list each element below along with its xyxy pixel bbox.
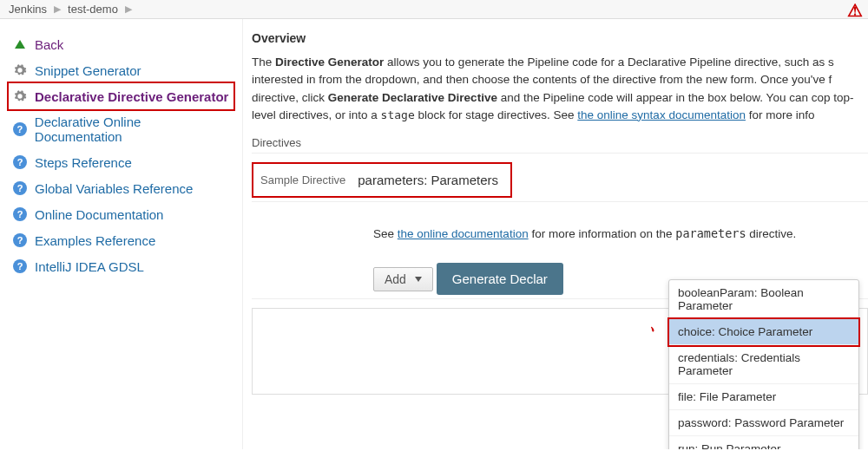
breadcrumb-item[interactable]: test-demo <box>68 3 118 16</box>
help-icon: ? <box>12 258 28 274</box>
add-parameter-menu: booleanParam: Boolean Parameterchoice: C… <box>668 279 859 449</box>
online-doc-link[interactable]: the online documentation <box>398 227 529 240</box>
parameters-intro: See the online documentation for more in… <box>373 226 868 240</box>
help-icon: ? <box>12 206 28 222</box>
arrow-up-icon <box>12 36 28 52</box>
help-icon: ? <box>12 154 28 170</box>
sidebar-item-ddg[interactable]: Declarative Directive Generator <box>7 82 235 111</box>
add-button[interactable]: Add <box>373 267 433 291</box>
sidebar-item-label: Global Variables Reference <box>35 181 193 196</box>
help-icon: ? <box>12 232 28 248</box>
breadcrumb: Jenkins ▶ test-demo ▶ <box>0 0 868 19</box>
help-icon: ? <box>12 180 28 196</box>
sidebar-item-dod[interactable]: ? Declarative Online Documentation <box>9 109 233 149</box>
sidebar-item-label: IntelliJ IDEA GDSL <box>35 259 144 274</box>
sample-directive-select[interactable]: parameters: Parameters <box>354 167 503 193</box>
syntax-doc-link[interactable]: the online syntax documentation <box>577 108 746 121</box>
generate-button[interactable]: Generate Declar <box>437 263 563 295</box>
sidebar-item-examples[interactable]: ? Examples Reference <box>9 227 233 253</box>
sidebar-item-steps[interactable]: ? Steps Reference <box>9 149 233 175</box>
sidebar-item-back[interactable]: Back <box>9 31 233 57</box>
sample-directive-row: Sample Directive parameters: Parameters <box>252 162 512 198</box>
chevron-right-icon: ▶ <box>125 3 132 15</box>
sidebar-item-gvr[interactable]: ? Global Variables Reference <box>9 175 233 201</box>
alert-icon: ⚠ <box>847 0 863 21</box>
gear-icon <box>12 88 28 104</box>
sidebar-item-label: Snippet Generator <box>35 63 141 78</box>
add-button-label: Add <box>385 272 406 286</box>
breadcrumb-root[interactable]: Jenkins <box>9 3 47 16</box>
menu-item-file[interactable]: file: File Parameter <box>669 384 858 410</box>
menu-item-run[interactable]: run: Run Parameter <box>669 436 858 449</box>
overview-title: Overview <box>252 31 868 45</box>
sample-directive-label: Sample Directive <box>260 173 345 186</box>
sidebar-item-label: Back <box>35 37 63 52</box>
overview-text: The Directive Generator allows you to ge… <box>252 54 868 124</box>
help-icon: ? <box>12 121 28 137</box>
sidebar-item-snippet[interactable]: Snippet Generator <box>9 57 233 83</box>
sidebar-item-label: Declarative Online Documentation <box>35 114 230 144</box>
directives-label: Directives <box>252 136 868 149</box>
sidebar-item-onlinedoc[interactable]: ? Online Documentation <box>9 201 233 227</box>
menu-item-booleanParam[interactable]: booleanParam: Boolean Parameter <box>669 280 858 319</box>
menu-item-password[interactable]: password: Password Parameter <box>669 410 858 436</box>
sidebar-item-label: Steps Reference <box>35 155 132 170</box>
menu-item-choice[interactable]: choice: Choice Parameter <box>669 319 858 345</box>
sidebar: Back Snippet Generator Declarative Direc… <box>0 19 243 449</box>
menu-item-credentials[interactable]: credentials: Credentials Parameter <box>669 345 858 384</box>
sidebar-item-label: Declarative Directive Generator <box>35 89 228 104</box>
main-panel: Overview The Directive Generator allows … <box>243 19 868 449</box>
sidebar-item-label: Examples Reference <box>35 233 155 248</box>
sidebar-item-label: Online Documentation <box>35 207 163 222</box>
sidebar-item-gdsl[interactable]: ? IntelliJ IDEA GDSL <box>9 253 233 279</box>
caret-down-icon <box>415 277 422 282</box>
gear-icon <box>12 62 28 78</box>
chevron-right-icon: ▶ <box>54 3 61 15</box>
